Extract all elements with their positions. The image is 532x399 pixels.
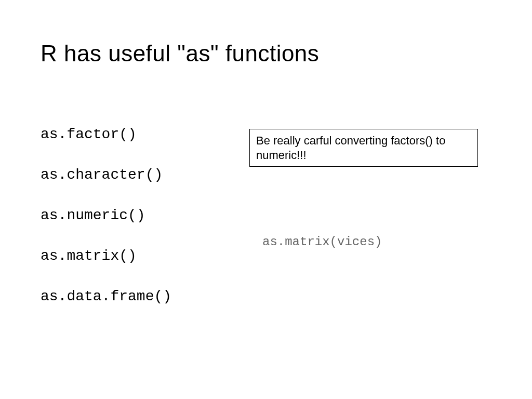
warning-callout: Be really carful converting factors() to…: [249, 129, 478, 167]
function-item: as.character(): [41, 168, 171, 182]
functions-list: as.factor() as.character() as.numeric() …: [41, 127, 171, 330]
function-item: as.factor(): [41, 127, 171, 142]
function-item: as.numeric(): [41, 208, 171, 223]
function-item: as.data.frame(): [41, 289, 171, 304]
slide-title: R has useful "as" functions: [41, 41, 319, 66]
function-item: as.matrix(): [41, 249, 171, 263]
code-example: as.matrix(vices): [262, 235, 382, 249]
